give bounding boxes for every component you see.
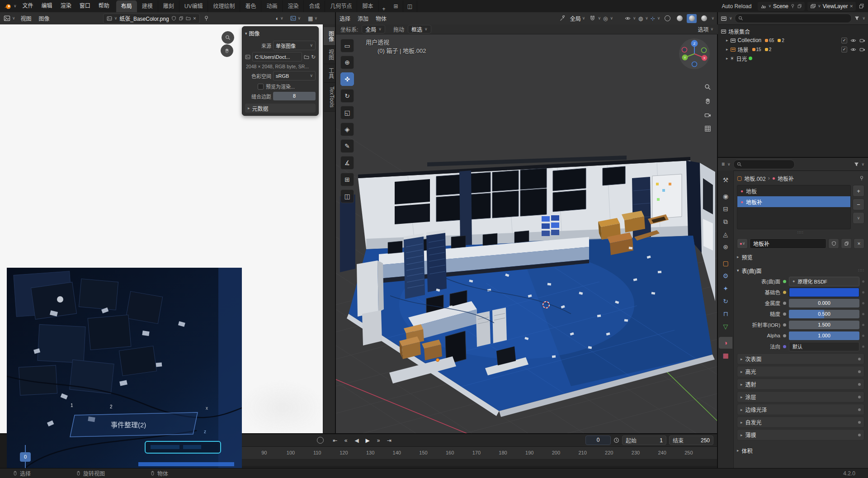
normal-menu[interactable]: 默认: [789, 342, 859, 351]
jump-to-start-button[interactable]: ⇤: [330, 436, 340, 445]
overlays-icon[interactable]: ◍: [638, 15, 643, 22]
sidebar-tab[interactable]: 视图: [324, 46, 335, 64]
tab-scene[interactable]: ◬: [719, 228, 732, 240]
transform-pivot-icon[interactable]: [560, 15, 566, 21]
copy-icon[interactable]: [859, 3, 864, 9]
render-camera-icon[interactable]: [859, 47, 865, 52]
unlink-material-button[interactable]: [854, 238, 864, 249]
tool-button[interactable]: ⊞: [340, 173, 354, 186]
tool-button[interactable]: ✎: [340, 139, 354, 153]
tab-render[interactable]: ◉: [719, 190, 732, 202]
tab-modifiers[interactable]: ⚙: [719, 270, 732, 282]
filter-funnel-icon[interactable]: [854, 161, 859, 167]
filter-funnel-icon[interactable]: [854, 15, 860, 21]
editor-type-icon[interactable]: [721, 15, 727, 22]
collapsed-subpanel[interactable]: 透射: [737, 379, 864, 390]
collapsed-subpanel[interactable]: 高光: [737, 366, 864, 377]
tab-object-data[interactable]: ▽: [719, 321, 732, 332]
viewport-3d[interactable]: 坐标系: 全局 拖动 框选 选项 用户透视 (0) 箱子 | 地板.002 ▭⊕…: [335, 24, 718, 433]
frame-end-field[interactable]: 结束 250: [669, 435, 713, 445]
tab-output[interactable]: ⊟: [719, 203, 732, 215]
timeline-channel-area[interactable]: [242, 459, 717, 466]
chevron-down-icon[interactable]: [14, 4, 17, 8]
collapsed-subpanel[interactable]: 薄膜: [737, 429, 864, 440]
panel-drag-grip[interactable]: [859, 268, 864, 273]
editor-type-icon[interactable]: ≡: [722, 161, 725, 167]
ior-slider[interactable]: 1.500: [789, 321, 859, 329]
expand-icon[interactable]: [726, 38, 728, 43]
play-reverse-button[interactable]: ◀: [352, 436, 362, 445]
tab-material[interactable]: ◑: [719, 337, 732, 349]
image-datablock[interactable]: 纸张_BaseColor.png: [103, 14, 200, 24]
metallic-slider[interactable]: 0.000: [789, 299, 859, 308]
preview-as-render-checkbox[interactable]: 预览为渲染...: [258, 83, 316, 90]
tab-tool[interactable]: ⚒: [719, 174, 732, 186]
browse-material-button[interactable]: ●: [737, 238, 748, 249]
exclude-checkbox[interactable]: [841, 38, 847, 43]
source-dropdown[interactable]: 单张图像: [273, 41, 316, 50]
roughness-slider[interactable]: 0.500: [789, 310, 859, 318]
exclude-checkbox[interactable]: [841, 47, 847, 52]
tool-button[interactable]: ◱: [340, 106, 354, 119]
workspace-tab[interactable]: 纹理绘制: [208, 0, 240, 12]
metadata-panel-header[interactable]: 元数据: [245, 104, 316, 113]
auto-keying-record-button[interactable]: [317, 437, 324, 444]
breadcrumb-material[interactable]: 地板补: [778, 175, 794, 182]
surface-panel-header[interactable]: 表(曲)面: [737, 265, 864, 276]
collapsed-subpanel[interactable]: 边缘光泽: [737, 404, 864, 415]
gizmos-icon[interactable]: ⊹: [651, 15, 655, 22]
auto-reload-label[interactable]: Auto Reload: [722, 3, 751, 9]
new-material-copy-button[interactable]: [841, 238, 852, 249]
tool-button[interactable]: ◈: [340, 123, 354, 136]
colorspace-dropdown[interactable]: sRGB: [273, 71, 316, 80]
chevron-down-icon[interactable]: [12, 16, 15, 20]
base-color-swatch[interactable]: [789, 288, 859, 297]
tool-button[interactable]: ◫: [340, 189, 354, 203]
tool-button[interactable]: ⊕: [340, 56, 354, 69]
workspace-tab[interactable]: 几何节点: [325, 0, 357, 12]
viewport-menu[interactable]: 添加: [354, 14, 372, 22]
tab-particles[interactable]: ✦: [719, 283, 732, 294]
shading-solid-button[interactable]: [675, 14, 684, 23]
pan-hand-icon[interactable]: [703, 96, 712, 106]
timeline-ruler[interactable]: 9010011012013014015016017018019020021022…: [242, 447, 717, 459]
snap-magnet-icon[interactable]: [590, 15, 595, 21]
visibility-eye-icon[interactable]: [625, 15, 631, 21]
collapsed-subpanel[interactable]: 次表面: [737, 353, 864, 364]
workspace-tab[interactable]: 动画: [261, 0, 283, 12]
chevron-down-icon[interactable]: [862, 16, 865, 20]
unlink-icon[interactable]: [193, 16, 197, 21]
tab-texture[interactable]: ▦: [719, 350, 732, 361]
preview-panel-header[interactable]: 预览: [737, 251, 864, 262]
jump-to-end-button[interactable]: ⇥: [384, 436, 394, 445]
workspace-tab[interactable]: UV编辑: [179, 0, 208, 12]
viewport-menu[interactable]: 选择: [336, 14, 354, 22]
tab-viewlayer[interactable]: ⧉: [719, 216, 732, 227]
add-workspace-button[interactable]: +: [379, 6, 389, 12]
workspace-tab[interactable]: 渲染: [283, 0, 304, 12]
viewlayer-selector[interactable]: ViewLayer: [807, 2, 856, 11]
workspace-tab[interactable]: 脚本: [357, 0, 378, 12]
collapse-icon[interactable]: [245, 31, 247, 36]
folder-icon[interactable]: [186, 16, 191, 21]
tab-world[interactable]: ⊛: [719, 241, 732, 253]
proportional-edit-icon[interactable]: ◎: [603, 15, 608, 22]
zoom-gizmo-button[interactable]: [222, 31, 234, 44]
remove-slot-button[interactable]: −: [853, 199, 864, 210]
ortho-grid-icon[interactable]: [703, 123, 712, 133]
chevron-down-icon[interactable]: [598, 16, 601, 20]
pin-icon[interactable]: [859, 175, 864, 181]
blender-logo-icon[interactable]: [4, 2, 12, 10]
topbar-menu[interactable]: 编辑: [38, 0, 57, 12]
camera-view-icon[interactable]: [703, 110, 712, 120]
scene-selector[interactable]: Scene: [758, 2, 805, 11]
image-editor-menu[interactable]: 视图: [17, 14, 35, 22]
fake-user-shield-button[interactable]: [828, 238, 839, 249]
frame-start-field[interactable]: 起始 1: [622, 435, 666, 445]
tool-button[interactable]: ✜: [340, 72, 354, 86]
outliner-row-scene[interactable]: 场景 15 2: [718, 45, 868, 54]
breadcrumb-object[interactable]: 地板.002: [744, 175, 765, 182]
drag-dropdown[interactable]: 框选: [408, 25, 431, 33]
outliner-row-collection[interactable]: Collection 65 2: [718, 36, 868, 45]
workspace-tab[interactable]: 建模: [137, 0, 158, 12]
